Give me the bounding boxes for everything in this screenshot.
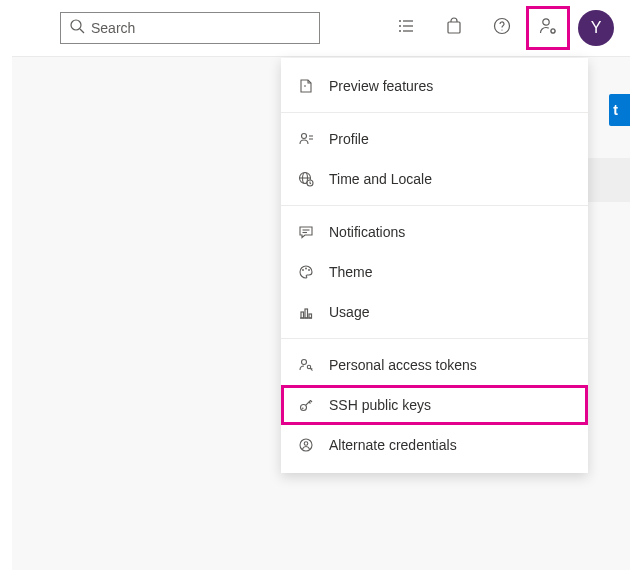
search-icon xyxy=(69,18,85,37)
svg-point-32 xyxy=(302,407,304,409)
svg-point-22 xyxy=(302,269,304,271)
avatar-initial: Y xyxy=(591,19,602,37)
avatar[interactable]: Y xyxy=(578,10,614,46)
menu-divider xyxy=(281,112,588,113)
svg-point-4 xyxy=(399,25,401,27)
shopping-bag-icon xyxy=(445,17,463,38)
user-gear-icon xyxy=(538,16,558,39)
topbar: Y xyxy=(0,0,630,56)
svg-point-6 xyxy=(399,30,401,32)
menu-label: Usage xyxy=(329,304,369,320)
svg-rect-28 xyxy=(309,314,312,318)
menu-item-theme[interactable]: Theme xyxy=(281,252,588,292)
key-icon xyxy=(297,396,315,414)
palette-icon xyxy=(297,263,315,281)
svg-rect-8 xyxy=(448,22,460,33)
partial-primary-button[interactable]: t xyxy=(609,94,630,126)
sparkle-doc-icon xyxy=(297,77,315,95)
svg-point-10 xyxy=(501,29,502,30)
svg-point-13 xyxy=(302,134,307,139)
menu-item-usage[interactable]: Usage xyxy=(281,292,588,332)
user-settings-button[interactable] xyxy=(526,6,570,50)
svg-point-30 xyxy=(307,365,310,368)
search-box[interactable] xyxy=(60,12,320,44)
menu-divider xyxy=(281,205,588,206)
svg-point-23 xyxy=(305,268,307,270)
person-key-icon xyxy=(297,356,315,374)
svg-rect-27 xyxy=(305,309,308,318)
svg-point-24 xyxy=(308,269,310,271)
svg-point-0 xyxy=(71,20,81,30)
menu-item-time-locale[interactable]: Time and Locale xyxy=(281,159,588,199)
profile-icon xyxy=(297,130,315,148)
menu-label: Theme xyxy=(329,264,373,280)
menu-item-notifications[interactable]: Notifications xyxy=(281,212,588,252)
search-input[interactable] xyxy=(91,20,311,36)
menu-label: SSH public keys xyxy=(329,397,431,413)
help-icon xyxy=(493,17,511,38)
svg-point-2 xyxy=(399,20,401,22)
help-icon-button[interactable] xyxy=(478,4,526,52)
menu-item-ssh-public-keys[interactable]: SSH public keys xyxy=(281,385,588,425)
menu-label: Preview features xyxy=(329,78,433,94)
svg-point-11 xyxy=(543,19,549,25)
marketplace-icon-button[interactable] xyxy=(430,4,478,52)
menu-label: Notifications xyxy=(329,224,405,240)
menu-label: Personal access tokens xyxy=(329,357,477,373)
svg-point-29 xyxy=(302,360,307,365)
svg-line-1 xyxy=(80,29,84,33)
menu-item-profile[interactable]: Profile xyxy=(281,119,588,159)
menu-item-alternate-credentials[interactable]: Alternate credentials xyxy=(281,425,588,465)
menu-label: Alternate credentials xyxy=(329,437,457,453)
bar-chart-icon xyxy=(297,303,315,321)
user-settings-menu: Preview features Profile Time and Locale xyxy=(281,58,588,473)
globe-clock-icon xyxy=(297,170,315,188)
svg-rect-26 xyxy=(301,312,304,318)
credentials-icon xyxy=(297,436,315,454)
menu-label: Profile xyxy=(329,131,369,147)
menu-label: Time and Locale xyxy=(329,171,432,187)
menu-divider xyxy=(281,338,588,339)
svg-point-34 xyxy=(304,442,308,446)
list-icon-button[interactable] xyxy=(382,4,430,52)
topbar-icons: Y xyxy=(382,4,614,52)
menu-item-preview-features[interactable]: Preview features xyxy=(281,66,588,106)
menu-item-personal-access-tokens[interactable]: Personal access tokens xyxy=(281,345,588,385)
list-icon xyxy=(397,17,415,38)
chat-icon xyxy=(297,223,315,241)
